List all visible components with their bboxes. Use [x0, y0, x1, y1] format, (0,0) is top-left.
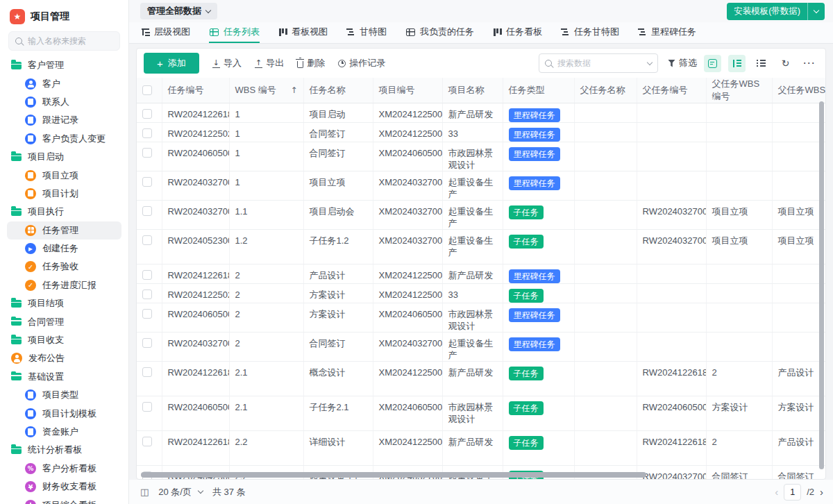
install-template-dropdown[interactable] [808, 3, 825, 20]
column-header[interactable]: 任务名称 [303, 78, 373, 103]
next-page-button[interactable]: › [820, 486, 823, 498]
refresh-button[interactable]: ↻ [777, 55, 794, 72]
tab-4[interactable]: 甘特图 [346, 22, 387, 43]
add-button[interactable]: + 添加 [144, 53, 199, 74]
sidebar-item[interactable]: 联系人 [7, 93, 121, 111]
column-header[interactable]: 项目编号 [373, 78, 442, 103]
column-header[interactable]: 父任务编号 [637, 78, 706, 103]
current-page[interactable]: 1 [784, 484, 801, 501]
sidebar-item[interactable]: 项目结项 [7, 294, 121, 312]
tab-1[interactable]: 层级视图 [141, 22, 190, 43]
sidebar-item[interactable]: 项目计划 [7, 185, 121, 203]
operation-log-button[interactable]: 操作记录 [338, 57, 385, 69]
column-header[interactable]: WBS 编号↑ [229, 78, 303, 103]
sidebar-item[interactable]: 项目类型 [7, 386, 121, 404]
row-checkbox[interactable] [142, 309, 152, 319]
column-settings-button[interactable] [728, 55, 746, 72]
import-button[interactable]: ↓ 导入 [212, 57, 242, 69]
sidebar-item[interactable]: 合同管理 [7, 312, 121, 330]
select-all-checkbox[interactable] [142, 85, 152, 95]
sidebar-item[interactable]: 统计分析看板 [7, 441, 121, 459]
tab-2[interactable]: 任务列表 [209, 22, 260, 43]
install-template-label[interactable]: 安装模板(带数据) [727, 3, 808, 20]
table-row[interactable]: RW202403270022合同签订XM20240327001起重设备生产里程碑… [137, 333, 825, 362]
column-header[interactable]: 项目名称 [442, 78, 503, 103]
sidebar-item[interactable]: ¥财务收支看板 [7, 478, 121, 496]
vertical-scrollbar[interactable] [819, 101, 824, 469]
sidebar-search-input[interactable] [28, 36, 111, 46]
export-button[interactable]: ↑ 导出 [255, 57, 284, 69]
table-row[interactable]: RW202412261842产品设计XM20241225009新产品研发里程碑任… [137, 264, 825, 284]
sidebar-item-label: 发布公告 [28, 352, 65, 364]
table-row[interactable]: RW202406050011合同签订XM20240605005市政园林景观设计里… [137, 142, 825, 171]
filter-button[interactable]: 筛选 [665, 57, 697, 69]
delete-button[interactable]: 删除 [297, 57, 325, 69]
more-button[interactable]: ··· [801, 55, 818, 72]
sidebar-item[interactable]: 项目立项 [7, 166, 121, 184]
sidebar-item[interactable]: 项目启动 [7, 148, 121, 166]
column-header[interactable]: 任务编号 [162, 78, 229, 103]
row-checkbox[interactable] [142, 437, 152, 446]
page-size-select[interactable]: 20 条/页 [158, 486, 203, 498]
prev-page-button[interactable]: ‹ [775, 486, 778, 498]
sidebar-item[interactable]: 项目收支 [7, 331, 121, 349]
row-checkbox[interactable] [142, 206, 152, 216]
row-checkbox[interactable] [142, 338, 152, 348]
horizontal-scrollbar[interactable] [141, 472, 646, 478]
table-row[interactable]: RW202412250222方案设计XM2024122500833子任务 [137, 284, 825, 303]
install-template-button[interactable]: 安装模板(带数据) [727, 3, 825, 20]
sort-asc-icon[interactable]: ↑ [290, 85, 297, 95]
table-row[interactable]: RW202412250211合同签订XM2024122500833里程碑任务 [137, 123, 825, 142]
table-row[interactable]: RW202403270091.1项目启动会XM20240327001起重设备生产… [137, 201, 825, 230]
sidebar-item[interactable]: 跟进记录 [7, 111, 121, 129]
sidebar-item[interactable]: ▶创建任务 [7, 240, 121, 258]
sidebar-search[interactable] [8, 31, 120, 51]
sidebar-item[interactable]: 资金账户 [7, 423, 121, 441]
table-row[interactable]: RW202412261831项目启动XM20241225009新产品研发里程碑任… [137, 103, 825, 123]
sidebar-item[interactable]: 客户负责人变更 [7, 130, 121, 148]
task-type-badge: 子任务 [509, 205, 544, 219]
table-wrapper: 任务编号WBS 编号↑任务名称项目编号项目名称任务类型父任务名称父任务编号父任务… [137, 78, 825, 479]
sidebar-item[interactable]: 基础设置 [7, 368, 121, 386]
tab-8[interactable]: 里程碑任务 [638, 22, 696, 43]
table-row[interactable]: RW202406050022方案设计XM20240605005市政园林景观设计里… [137, 303, 825, 333]
sidebar-item[interactable]: 客户 [7, 74, 121, 92]
tab-7[interactable]: 任务甘特图 [561, 22, 619, 43]
table-search-input[interactable] [557, 58, 630, 68]
column-header[interactable]: 任务类型 [503, 78, 574, 103]
row-height-button[interactable] [752, 55, 770, 72]
table-row[interactable]: RW202405230011.2子任务1.2XM20240327001起重设备生… [137, 230, 825, 264]
table-row[interactable]: RW202403270011项目立项XM20240327001起重设备生产里程碑… [137, 171, 825, 201]
page-layout-icon[interactable]: ◫ [140, 487, 149, 497]
tab-6[interactable]: 任务看板 [493, 22, 542, 43]
sidebar-item[interactable]: 发布公告 [7, 349, 121, 367]
column-header[interactable]: 父任务WBS [772, 78, 825, 103]
table-row[interactable]: RW202406050072.1子任务2.1XM20240605005市政园林景… [137, 396, 825, 431]
tab-3[interactable]: 看板视图 [278, 22, 328, 43]
row-checkbox[interactable] [142, 235, 152, 245]
form-view-button[interactable] [704, 55, 721, 72]
sidebar-item[interactable]: ✓任务验收 [7, 258, 121, 276]
row-checkbox[interactable] [142, 402, 152, 412]
sidebar-item[interactable]: %客户分析看板 [7, 460, 121, 478]
row-checkbox[interactable] [142, 177, 152, 187]
sidebar-item[interactable]: 任务管理 [7, 221, 121, 240]
column-header[interactable]: 父任务WBS编号 [706, 78, 772, 103]
sidebar-item[interactable]: 项目执行 [7, 203, 121, 221]
sidebar-item[interactable]: 客户管理 [7, 56, 121, 74]
row-checkbox[interactable] [142, 128, 152, 138]
sidebar-item[interactable]: 项目计划模板 [7, 404, 121, 422]
row-checkbox[interactable] [142, 270, 152, 280]
table-row[interactable]: RW202412261882.2详细设计XM20241225009新产品研发子任… [137, 431, 825, 466]
sidebar-item[interactable]: ✓任务进度汇报 [7, 276, 121, 294]
table-row[interactable]: RW202412261872.1概念设计XM20241225009新产品研发子任… [137, 362, 825, 396]
column-header[interactable]: 父任务名称 [574, 78, 637, 103]
row-checkbox[interactable] [142, 289, 152, 299]
row-checkbox[interactable] [142, 367, 152, 377]
sidebar-item[interactable]: 项目综合看板 [7, 496, 121, 504]
row-checkbox[interactable] [142, 148, 152, 158]
data-scope-button[interactable]: 管理全部数据 [140, 3, 217, 19]
row-checkbox[interactable] [142, 109, 152, 119]
tab-5[interactable]: 我负责的任务 [405, 22, 474, 43]
table-search[interactable] [539, 53, 658, 73]
